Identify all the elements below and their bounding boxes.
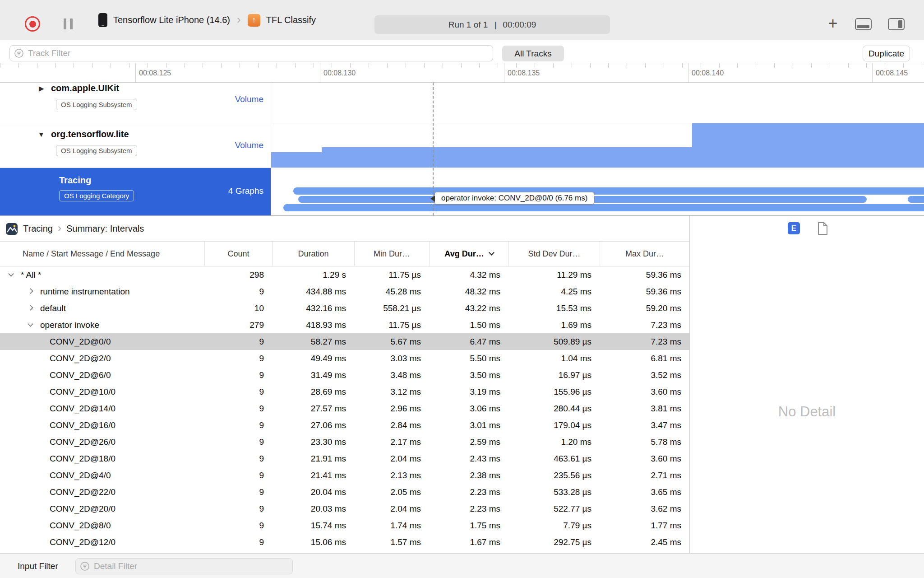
table-row[interactable]: runtime instrumentation 9 434.88 ms 45.2… (0, 283, 689, 300)
row-name: CONV_2D@26/0 (0, 437, 116, 447)
tracing-instrument-icon (5, 223, 18, 235)
breadcrumb-page[interactable]: Summary: Intervals (66, 224, 144, 234)
row-name-cell: * All * (0, 266, 204, 283)
track-badge: OS Logging Category (59, 190, 134, 201)
detail-filter-input[interactable] (94, 561, 292, 571)
disclosure-triangle-icon[interactable]: ▶ (39, 85, 44, 92)
column-header-duration[interactable]: Duration (272, 242, 354, 266)
track-filter-input[interactable] (28, 48, 493, 58)
row-count: 9 (204, 500, 272, 517)
track-graph-volume[interactable] (271, 123, 924, 168)
column-header-name[interactable]: Name / Start Message / End Message (0, 242, 204, 266)
table-row[interactable]: CONV_2D@0/0 9 58.27 ms 5.67 ms 6.47 ms 5… (0, 333, 689, 350)
row-std-dur: 11.29 ms (508, 266, 600, 283)
table-row[interactable]: CONV_2D@20/0 9 20.03 ms 2.04 ms 2.23 ms … (0, 500, 689, 517)
interval-bar[interactable] (293, 187, 924, 195)
column-header-max[interactable]: Max Dur… (600, 242, 689, 266)
column-header-avg-label: Avg Dur… (444, 249, 484, 259)
track-label[interactable]: ▶ com.apple.UIKit OS Logging Subsystem V… (0, 83, 271, 123)
column-header-min[interactable]: Min Dur… (354, 242, 429, 266)
row-min-dur: 1.57 ms (354, 534, 429, 550)
record-button[interactable] (25, 16, 40, 32)
add-instrument-button[interactable]: + (823, 14, 842, 33)
row-max-dur: 59.36 ms (600, 266, 689, 283)
toggle-right-pane-button[interactable] (888, 18, 905, 30)
breadcrumb-root[interactable]: Tracing (23, 224, 53, 234)
row-std-dur: 463.61 µs (508, 450, 600, 467)
row-name: default (0, 303, 66, 313)
track-area: ▶ com.apple.UIKit OS Logging Subsystem V… (0, 83, 924, 215)
table-row[interactable]: * All * 298 1.29 s 11.75 µs 4.32 ms 11.2… (0, 266, 689, 283)
row-name-cell: CONV_2D@20/0 (0, 500, 204, 517)
extended-detail-button[interactable]: E (788, 222, 800, 234)
table-row[interactable]: CONV_2D@6/0 9 31.49 ms 3.48 ms 3.50 ms 1… (0, 367, 689, 383)
disclosure-triangle-icon[interactable]: ▼ (38, 131, 45, 138)
table-row[interactable]: CONV_2D@16/0 9 27.06 ms 2.84 ms 3.01 ms … (0, 417, 689, 434)
ruler-label: 00:08.135 (508, 69, 540, 77)
track-row-tensorflow[interactable]: ▼ org.tensorflow.lite OS Logging Subsyst… (0, 123, 924, 168)
row-count: 9 (204, 367, 272, 383)
table-row[interactable]: CONV_2D@26/0 9 23.30 ms 2.17 ms 2.59 ms … (0, 434, 689, 450)
track-label-selected[interactable]: Tracing OS Logging Category 4 Graphs (0, 168, 271, 215)
column-header-avg[interactable]: Avg Dur… (429, 242, 508, 266)
row-min-dur: 3.48 ms (354, 367, 429, 383)
row-name-cell: CONV_2D@14/0 (0, 400, 204, 417)
interval-bar[interactable] (283, 204, 924, 211)
app-icon: ↑ (248, 14, 260, 27)
row-avg-dur: 6.47 ms (429, 333, 508, 350)
row-count: 298 (204, 266, 272, 283)
row-avg-dur: 3.50 ms (429, 367, 508, 383)
row-count: 9 (204, 484, 272, 500)
pause-icon (64, 19, 66, 29)
row-count: 9 (204, 283, 272, 300)
track-filter-field[interactable] (9, 45, 493, 61)
row-name: CONV_2D@6/0 (0, 370, 111, 380)
table-row[interactable]: CONV_2D@2/0 9 49.49 ms 3.03 ms 5.50 ms 1… (0, 350, 689, 367)
table-row[interactable]: operator invoke 279 418.93 ms 11.75 µs 1… (0, 317, 689, 333)
table-row[interactable]: CONV_2D@8/0 9 15.74 ms 1.74 ms 1.75 ms 7… (0, 517, 689, 534)
ruler-ticks (0, 63, 924, 68)
row-std-dur: 4.25 ms (508, 283, 600, 300)
track-badge: OS Logging Subsystem (56, 99, 137, 110)
document-inspector-button[interactable] (818, 222, 828, 237)
toggle-bottom-pane-button[interactable] (855, 18, 872, 30)
row-min-dur: 1.74 ms (354, 517, 429, 534)
target-selector[interactable]: Tensorflow Lite iPhone (14.6) › ↑ TFL Cl… (98, 0, 316, 40)
table-row[interactable]: CONV_2D@22/0 9 20.04 ms 2.05 ms 2.23 ms … (0, 484, 689, 500)
row-max-dur: 2.71 ms (600, 467, 689, 484)
column-header-count[interactable]: Count (204, 242, 272, 266)
row-min-dur: 11.75 µs (354, 317, 429, 333)
interval-bar[interactable] (908, 196, 924, 203)
row-name-cell: CONV_2D@16/0 (0, 417, 204, 434)
row-count: 9 (204, 350, 272, 367)
table-row[interactable]: CONV_2D@18/0 9 21.91 ms 2.04 ms 2.43 ms … (0, 450, 689, 467)
table-row[interactable]: CONV_2D@12/0 9 15.06 ms 1.57 ms 1.67 ms … (0, 534, 689, 550)
track-row-tracing[interactable]: Tracing OS Logging Category 4 Graphs ope… (0, 168, 924, 215)
row-count: 9 (204, 534, 272, 550)
table-row[interactable]: CONV_2D@10/0 9 28.69 ms 3.12 ms 3.19 ms … (0, 383, 689, 400)
track-row-uikit[interactable]: ▶ com.apple.UIKit OS Logging Subsystem V… (0, 83, 924, 123)
table-row[interactable]: default 10 432.16 ms 558.21 µs 43.22 ms … (0, 300, 689, 317)
row-name: CONV_2D@8/0 (0, 521, 111, 531)
pause-button[interactable] (64, 19, 73, 29)
track-label[interactable]: ▼ org.tensorflow.lite OS Logging Subsyst… (0, 123, 271, 168)
track-graph-uikit[interactable] (271, 83, 924, 123)
row-min-dur: 2.04 ms (354, 450, 429, 467)
row-avg-dur: 5.50 ms (429, 350, 508, 367)
row-std-dur: 522.77 µs (508, 500, 600, 517)
row-avg-dur: 3.01 ms (429, 417, 508, 434)
row-name: CONV_2D@2/0 (0, 354, 111, 364)
table-row[interactable]: CONV_2D@14/0 9 27.57 ms 2.96 ms 3.06 ms … (0, 400, 689, 417)
table-row[interactable]: CONV_2D@4/0 9 21.41 ms 2.13 ms 2.38 ms 2… (0, 467, 689, 484)
timeline-ruler[interactable]: 00:08.125 00:08.130 00:08.135 00:08.140 … (0, 63, 924, 83)
detail-filter-field[interactable] (75, 558, 293, 574)
intervals-table-body: * All * 298 1.29 s 11.75 µs 4.32 ms 11.2… (0, 266, 689, 550)
row-duration: 49.49 ms (272, 350, 354, 367)
track-graph-tracing[interactable]: operator invoke: CONV_2D@0/0 (6.76 ms) (271, 168, 924, 215)
column-header-stddev[interactable]: Std Dev Dur… (508, 242, 600, 266)
duplicate-button[interactable]: Duplicate (863, 46, 910, 61)
all-tracks-button[interactable]: All Tracks (502, 46, 564, 61)
row-std-dur: 292.75 µs (508, 534, 600, 550)
row-count: 279 (204, 317, 272, 333)
inspector-panel: No Detail (689, 216, 924, 553)
